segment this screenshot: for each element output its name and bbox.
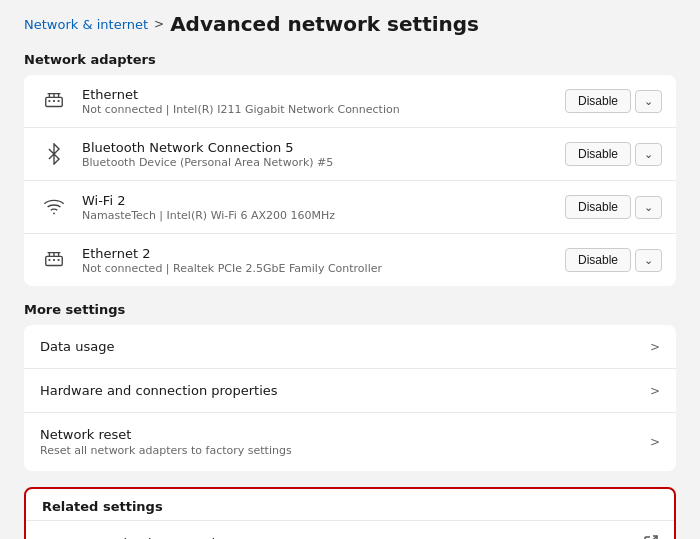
- adapter-name-wifi2: Wi-Fi 2: [82, 193, 565, 208]
- svg-rect-9: [46, 256, 63, 265]
- disable-button-ethernet2[interactable]: Disable: [565, 248, 631, 272]
- settings-item-data-usage-content: Data usage: [40, 339, 650, 354]
- adapter-item-ethernet[interactable]: Ethernet Not connected | Intel(R) I211 G…: [24, 75, 676, 128]
- disable-button-wifi2[interactable]: Disable: [565, 195, 631, 219]
- chevron-right-icon-network-reset: >: [650, 435, 660, 449]
- adapter-desc-ethernet: Not connected | Intel(R) I211 Gigabit Ne…: [82, 103, 565, 116]
- settings-item-network-reset-subtitle: Reset all network adapters to factory se…: [40, 444, 650, 457]
- disable-button-bluetooth[interactable]: Disable: [565, 142, 631, 166]
- related-item-more-adapter[interactable]: More network adapter options: [26, 521, 674, 539]
- svg-rect-7: [58, 100, 60, 102]
- adapter-controls-ethernet2: Disable ⌄: [565, 248, 662, 272]
- adapter-desc-ethernet2: Not connected | Realtek PCIe 2.5GbE Fami…: [82, 262, 565, 275]
- svg-rect-5: [49, 100, 51, 102]
- adapter-item-ethernet2[interactable]: Ethernet 2 Not connected | Realtek PCIe …: [24, 234, 676, 286]
- adapter-info-wifi2: Wi-Fi 2 NamasteTech | Intel(R) Wi-Fi 6 A…: [82, 193, 565, 222]
- page-title: Advanced network settings: [170, 12, 479, 36]
- adapter-controls-bluetooth: Disable ⌄: [565, 142, 662, 166]
- adapter-controls-wifi2: Disable ⌄: [565, 195, 662, 219]
- expand-button-wifi2[interactable]: ⌄: [635, 196, 662, 219]
- adapter-info-ethernet2: Ethernet 2 Not connected | Realtek PCIe …: [82, 246, 565, 275]
- adapter-info-ethernet: Ethernet Not connected | Intel(R) I211 G…: [82, 87, 565, 116]
- settings-item-network-reset[interactable]: Network reset Reset all network adapters…: [24, 413, 676, 471]
- breadcrumb-separator: >: [154, 17, 164, 31]
- adapter-desc-wifi2: NamasteTech | Intel(R) Wi-Fi 6 AX200 160…: [82, 209, 565, 222]
- external-link-icon-more-adapter: [644, 535, 658, 539]
- settings-item-hardware-content: Hardware and connection properties: [40, 383, 650, 398]
- more-settings-section-title: More settings: [24, 302, 676, 317]
- adapter-info-bluetooth: Bluetooth Network Connection 5 Bluetooth…: [82, 140, 565, 169]
- ethernet2-icon: [38, 244, 70, 276]
- ethernet-icon: [38, 85, 70, 117]
- svg-rect-6: [53, 100, 55, 102]
- adapters-section: Ethernet Not connected | Intel(R) I211 G…: [24, 75, 676, 286]
- settings-item-data-usage[interactable]: Data usage >: [24, 325, 676, 369]
- adapter-name-ethernet2: Ethernet 2: [82, 246, 565, 261]
- settings-item-network-reset-content: Network reset Reset all network adapters…: [40, 427, 650, 457]
- adapter-item-wifi2[interactable]: Wi-Fi 2 NamasteTech | Intel(R) Wi-Fi 6 A…: [24, 181, 676, 234]
- related-settings-section-title: Related settings: [26, 489, 674, 521]
- svg-rect-0: [46, 97, 63, 106]
- settings-item-data-usage-title: Data usage: [40, 339, 650, 354]
- svg-rect-16: [58, 259, 60, 261]
- network-adapters-section-title: Network adapters: [24, 52, 676, 67]
- expand-button-bluetooth[interactable]: ⌄: [635, 143, 662, 166]
- svg-rect-14: [49, 259, 51, 261]
- adapter-desc-bluetooth: Bluetooth Device (Personal Area Network)…: [82, 156, 565, 169]
- more-settings-section: Data usage > Hardware and connection pro…: [24, 325, 676, 471]
- wifi-icon: [38, 191, 70, 223]
- chevron-right-icon-data-usage: >: [650, 340, 660, 354]
- disable-button-ethernet[interactable]: Disable: [565, 89, 631, 113]
- bluetooth-icon: [38, 138, 70, 170]
- related-settings-section: Related settings More network adapter op…: [24, 487, 676, 539]
- expand-button-ethernet2[interactable]: ⌄: [635, 249, 662, 272]
- svg-point-8: [53, 213, 55, 215]
- expand-button-ethernet[interactable]: ⌄: [635, 90, 662, 113]
- adapter-controls-ethernet: Disable ⌄: [565, 89, 662, 113]
- svg-rect-15: [53, 259, 55, 261]
- breadcrumb: Network & internet > Advanced network se…: [24, 12, 676, 36]
- settings-item-hardware-title: Hardware and connection properties: [40, 383, 650, 398]
- breadcrumb-parent[interactable]: Network & internet: [24, 17, 148, 32]
- chevron-right-icon-hardware: >: [650, 384, 660, 398]
- settings-item-hardware[interactable]: Hardware and connection properties >: [24, 369, 676, 413]
- adapter-item-bluetooth[interactable]: Bluetooth Network Connection 5 Bluetooth…: [24, 128, 676, 181]
- adapter-name-bluetooth: Bluetooth Network Connection 5: [82, 140, 565, 155]
- settings-item-network-reset-title: Network reset: [40, 427, 650, 442]
- adapter-name-ethernet: Ethernet: [82, 87, 565, 102]
